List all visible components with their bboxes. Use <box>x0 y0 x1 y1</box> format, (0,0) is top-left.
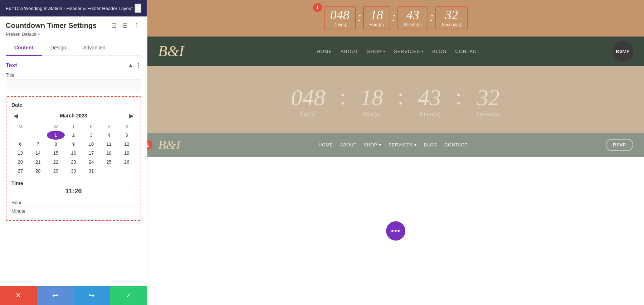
day-header-m: M <box>11 123 29 131</box>
nav-blog[interactable]: BLOG <box>432 49 447 54</box>
calendar-day[interactable]: 14 <box>29 149 47 158</box>
days-num-top: 048 <box>330 9 350 21</box>
minutes-block-top: 43 Minute(s) <box>397 6 428 29</box>
tab-content[interactable]: Content <box>6 40 42 56</box>
main-minutes-label: Minute(s) <box>418 111 441 117</box>
footer-contact[interactable]: CONTACT <box>445 142 468 147</box>
calendar-day[interactable]: 11 <box>100 140 118 149</box>
main-seconds-num: 32 <box>476 86 501 109</box>
calendar-day[interactable]: 27 <box>11 166 29 175</box>
footer-nav-links: HOME ABOUT SHOP ▾ SERVICES ▾ BLOG CONTAC… <box>319 142 468 147</box>
hours-label-top: Hour(s) <box>370 22 384 27</box>
calendar-day[interactable]: 17 <box>82 149 100 158</box>
day-header-s1: S <box>100 123 118 131</box>
calendar-header: ◀ March 2023 ▶ <box>11 111 136 120</box>
calendar-day[interactable]: 30 <box>65 166 83 175</box>
calendar-day[interactable]: 3 <box>82 131 100 140</box>
cancel-button[interactable]: ✕ <box>0 286 37 305</box>
services-dropdown-arrow: ▾ <box>421 49 424 53</box>
calendar-day[interactable] <box>118 166 136 175</box>
calendar-day[interactable]: 31 <box>82 166 100 175</box>
calendar-day[interactable]: 1 <box>47 131 65 140</box>
calendar-day[interactable]: 19 <box>118 149 136 158</box>
day-header-w: W <box>47 123 65 131</box>
calendar-day[interactable]: 8 <box>47 140 65 149</box>
footer-blog[interactable]: BLOG <box>424 142 437 147</box>
calendar-day[interactable] <box>29 131 47 140</box>
days-label-top: Day(s) <box>330 22 350 27</box>
next-month-button[interactable]: ▶ <box>127 111 136 120</box>
days-block-top: 048 Day(s) <box>324 6 356 29</box>
text-section-title: Text <box>6 62 17 69</box>
calendar-day[interactable]: 18 <box>100 149 118 158</box>
calendar-day[interactable] <box>11 131 29 140</box>
nav-services[interactable]: SERVICES ▾ <box>394 49 424 54</box>
calendar-day[interactable]: 20 <box>11 158 29 166</box>
preset-line[interactable]: Preset: Default ▾ <box>6 30 141 40</box>
calendar-day[interactable]: 26 <box>118 158 136 166</box>
redo-button[interactable]: ↪ <box>74 286 111 305</box>
calendar-day[interactable]: 7 <box>29 140 47 149</box>
prev-month-button[interactable]: ◀ <box>11 111 20 120</box>
shop-dropdown-arrow: ▾ <box>383 49 385 53</box>
title-input[interactable] <box>6 79 141 91</box>
minutes-label-top: Minute(s) <box>404 22 422 27</box>
calendar-day[interactable]: 22 <box>47 158 65 166</box>
layout-button[interactable]: ⊞ <box>121 21 129 30</box>
sep2-top: : <box>390 6 397 32</box>
text-section-chevron[interactable]: ▲ <box>128 62 133 69</box>
main-sep3: : <box>455 84 462 119</box>
undo-button[interactable]: ↩ <box>37 286 74 305</box>
calendar-day[interactable]: 28 <box>29 166 47 175</box>
main-sep2: : <box>397 84 404 119</box>
footer-rsvp-button[interactable]: RSVP <box>606 139 633 151</box>
calendar-day[interactable]: 5 <box>118 131 136 140</box>
floating-action-button[interactable]: ••• <box>386 221 405 241</box>
bottom-area: ••• <box>147 157 644 305</box>
close-button[interactable]: ✕ <box>135 4 141 13</box>
calendar-day[interactable]: 24 <box>82 158 100 166</box>
calendar-day[interactable]: 15 <box>47 149 65 158</box>
minutes-num-top: 43 <box>404 9 422 21</box>
rsvp-button[interactable]: RSVP <box>613 41 633 62</box>
calendar-day[interactable]: 29 <box>47 166 65 175</box>
calendar-day[interactable]: 21 <box>29 158 47 166</box>
time-label: Time <box>11 180 136 186</box>
calendar-day[interactable]: 12 <box>118 140 136 149</box>
seconds-label-top: Second(s) <box>442 22 462 27</box>
window-title: Edit Divi Wedding Invitation - Header & … <box>6 6 133 11</box>
text-section-dots[interactable]: ⋮ <box>136 62 141 69</box>
calendar-day[interactable]: 6 <box>11 140 29 149</box>
calendar-day[interactable]: 10 <box>82 140 100 149</box>
left-panel: Edit Divi Wedding Invitation - Header & … <box>0 0 147 305</box>
nav-shop[interactable]: SHOP ▾ <box>367 49 385 54</box>
hours-num-top: 18 <box>370 9 384 21</box>
calendar-day[interactable]: 25 <box>100 158 118 166</box>
footer-shop[interactable]: SHOP ▾ <box>364 142 381 147</box>
calendar-day[interactable]: 23 <box>65 158 83 166</box>
panel-body: Text ▲ ⋮ Title Date ◀ March 2023 ▶ <box>0 56 147 286</box>
calendar-day[interactable]: 4 <box>100 131 118 140</box>
calendar-day[interactable]: 9 <box>65 140 83 149</box>
window-mode-button[interactable]: ⊡ <box>110 21 118 30</box>
day-header-s2: S <box>118 123 136 131</box>
calendar-day[interactable] <box>100 166 118 175</box>
countdown-bar: 1 048 Day(s) : 18 Hour(s) : 43 Minute(s)… <box>147 0 644 37</box>
tab-bar: Content Design Advanced <box>6 40 141 56</box>
calendar-day[interactable]: 13 <box>11 149 29 158</box>
nav-about[interactable]: ABOUT <box>341 49 358 54</box>
tab-advanced[interactable]: Advanced <box>74 40 114 56</box>
footer-home[interactable]: HOME <box>319 142 333 147</box>
tab-design[interactable]: Design <box>42 40 75 56</box>
calendar: ◀ March 2023 ▶ M T W T F S S <box>11 111 136 175</box>
date-section: Date ◀ March 2023 ▶ M T W T F <box>6 96 141 221</box>
footer-services[interactable]: SERVICES ▾ <box>389 142 417 147</box>
footer-about[interactable]: ABOUT <box>340 142 357 147</box>
nav-contact[interactable]: CONTACT <box>455 49 480 54</box>
panel-dots-button[interactable]: ⋮ <box>132 21 141 30</box>
footer-services-arrow: ▾ <box>414 142 417 147</box>
calendar-day[interactable]: 2 <box>65 131 83 140</box>
confirm-button[interactable]: ✓ <box>110 286 147 305</box>
nav-home[interactable]: HOME <box>317 49 332 54</box>
calendar-day[interactable]: 16 <box>65 149 83 158</box>
